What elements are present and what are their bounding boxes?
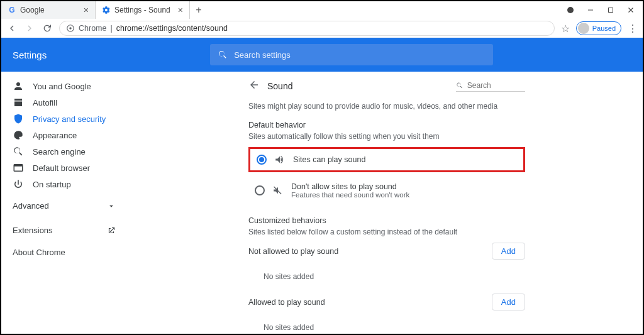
nav-forward-button[interactable] <box>24 23 35 34</box>
default-behavior-sub: Sites automatically follow this setting … <box>248 132 525 141</box>
sidebar-item-label: Search engine <box>33 147 86 157</box>
add-button-not-allowed[interactable]: Add <box>492 243 525 260</box>
profile-chip[interactable]: Paused <box>576 21 621 35</box>
custom-sub: Sites listed below follow a custom setti… <box>248 228 525 236</box>
browser-icon <box>13 162 24 173</box>
panel-search[interactable] <box>456 81 525 92</box>
panel-search-input[interactable] <box>467 81 525 90</box>
radio-label: Don't allow sites to play sound <box>291 182 409 191</box>
sidebar-item-label: Default browser <box>33 163 90 173</box>
allowed-label: Allowed to play sound <box>248 298 325 307</box>
power-icon <box>13 178 24 190</box>
browser-menu-button[interactable]: ⋮ <box>628 23 638 35</box>
browser-tab-google[interactable]: G Google × <box>1 1 96 19</box>
settings-search-input[interactable] <box>234 50 486 60</box>
radio-sites-can-play[interactable]: Sites can play sound <box>248 147 525 172</box>
page-title: Settings <box>13 50 47 60</box>
sidebar-item-label: Appearance <box>33 131 77 140</box>
sidebar-item-search-engine[interactable]: Search engine <box>1 143 131 160</box>
shield-icon <box>13 113 24 124</box>
gear-favicon <box>102 6 111 14</box>
not-allowed-label: Not allowed to play sound <box>248 247 338 256</box>
panel-subtitle: Sites might play sound to provide audio … <box>248 102 525 111</box>
google-favicon: G <box>8 6 16 14</box>
address-bar[interactable]: Chrome | chrome://settings/content/sound <box>59 21 555 36</box>
search-icon <box>13 146 24 157</box>
svg-rect-2 <box>609 8 613 13</box>
back-button[interactable] <box>248 79 260 93</box>
reload-button[interactable] <box>42 23 53 34</box>
sidebar-item-label: Autofill <box>33 98 57 107</box>
sidebar-item-label: On startup <box>33 180 71 189</box>
sidebar-item-you-and-google[interactable]: You and Google <box>1 78 131 94</box>
settings-search[interactable] <box>210 44 493 65</box>
sidebar-item-autofill[interactable]: Autofill <box>1 94 131 111</box>
svg-rect-1 <box>588 10 593 11</box>
chevron-down-icon <box>107 202 116 211</box>
sidebar-item-label: You and Google <box>33 82 91 91</box>
no-sites-not-allowed: No sites added <box>248 266 525 287</box>
new-tab-button[interactable]: + <box>190 1 208 19</box>
window-info-icon[interactable] <box>565 4 576 16</box>
radio-selected-icon <box>257 155 267 165</box>
arrow-left-icon <box>248 79 260 91</box>
sidebar-item-privacy[interactable]: Privacy and security <box>1 111 131 127</box>
sidebar-extensions-label: Extensions <box>13 226 53 235</box>
browser-tab-settings[interactable]: Settings - Sound × <box>96 1 190 19</box>
window-minimize-button[interactable] <box>585 4 596 16</box>
svg-rect-6 <box>14 165 23 167</box>
autofill-icon <box>13 97 24 108</box>
profile-state: Paused <box>592 25 616 32</box>
palette-icon <box>13 129 24 141</box>
chrome-lock-icon <box>66 24 75 33</box>
add-button-allowed[interactable]: Add <box>492 294 525 310</box>
sidebar-item-on-startup[interactable]: On startup <box>1 176 131 192</box>
volume-off-icon <box>272 185 284 196</box>
custom-title: Customized behaviors <box>248 216 525 225</box>
search-icon <box>456 81 464 90</box>
close-icon[interactable]: × <box>178 5 183 15</box>
radio-sublabel: Features that need sound won't work <box>291 191 409 199</box>
bookmark-star-icon[interactable]: ☆ <box>561 23 570 35</box>
window-maximize-button[interactable] <box>605 4 616 16</box>
radio-unselected-icon <box>255 185 265 195</box>
nav-back-button[interactable] <box>6 23 18 34</box>
sidebar-advanced-label: Advanced <box>13 201 49 211</box>
search-icon <box>218 50 228 60</box>
sidebar-item-appearance[interactable]: Appearance <box>1 127 131 143</box>
tab-label: Settings - Sound <box>114 6 170 14</box>
url-prefix: Chrome <box>79 24 106 33</box>
panel-title: Sound <box>267 81 292 91</box>
volume-icon <box>274 154 286 165</box>
default-behavior-title: Default behavior <box>248 121 525 129</box>
person-icon <box>13 80 24 92</box>
tab-label: Google <box>20 6 45 14</box>
close-icon[interactable]: × <box>84 5 89 15</box>
svg-point-4 <box>69 27 72 30</box>
no-sites-allowed: No sites added <box>248 317 525 334</box>
sidebar-about-label: About Chrome <box>13 248 65 257</box>
sidebar-item-label: Privacy and security <box>33 114 106 124</box>
sidebar-extensions[interactable]: Extensions <box>1 219 131 241</box>
avatar <box>578 23 589 34</box>
external-link-icon <box>107 226 116 235</box>
sidebar-advanced-toggle[interactable]: Advanced <box>1 192 131 219</box>
sidebar-item-default-browser[interactable]: Default browser <box>1 160 131 176</box>
radio-dont-allow[interactable]: Don't allow sites to play sound Features… <box>248 177 525 204</box>
svg-point-0 <box>567 7 574 13</box>
radio-label: Sites can play sound <box>293 155 365 164</box>
window-close-button[interactable] <box>625 4 636 16</box>
url-path: chrome://settings/content/sound <box>116 24 228 33</box>
sidebar-about[interactable]: About Chrome <box>1 241 131 263</box>
